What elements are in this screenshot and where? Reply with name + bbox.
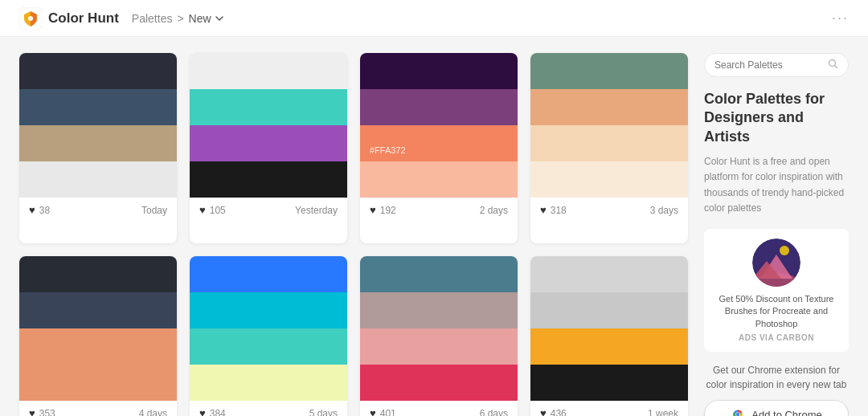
- heart-icon: ♥: [199, 407, 206, 416]
- heart-icon: ♥: [370, 407, 376, 416]
- palette-colors: [530, 256, 688, 401]
- likes-count: 38: [39, 205, 50, 216]
- palette-time: 5 days: [309, 408, 338, 416]
- palette-card[interactable]: ♥3845 days: [190, 256, 347, 416]
- chrome-icon: [731, 407, 745, 416]
- color-swatch: [190, 328, 347, 365]
- palette-time: 1 week: [648, 408, 678, 416]
- heart-icon: ♥: [540, 204, 547, 216]
- palette-colors: [360, 256, 518, 401]
- palette-time: Today: [141, 205, 167, 216]
- likes-count: 436: [551, 408, 567, 416]
- color-swatch: [530, 53, 688, 89]
- palette-likes: ♥105: [199, 204, 226, 216]
- palette-footer: ♥3183 days: [530, 198, 688, 222]
- palette-card[interactable]: ♥3534 days: [19, 256, 177, 416]
- logo[interactable]: Color Hunt: [19, 7, 119, 30]
- color-swatch: [19, 53, 177, 89]
- palette-time: 6 days: [480, 408, 508, 416]
- palette-time: 4 days: [139, 408, 167, 416]
- palette-footer: ♥38Today: [19, 198, 177, 222]
- color-swatch: [360, 89, 518, 125]
- palette-colors: [19, 256, 177, 401]
- breadcrumb-current[interactable]: New: [189, 12, 224, 25]
- heart-icon: ♥: [370, 204, 376, 216]
- likes-count: 384: [210, 408, 226, 416]
- likes-count: 192: [380, 205, 396, 216]
- color-swatch: [190, 161, 347, 198]
- palette-card[interactable]: #FFA372♥1922 days: [360, 53, 518, 243]
- color-swatch: [190, 125, 347, 161]
- palette-time: 2 days: [480, 205, 508, 216]
- heart-icon: ♥: [29, 407, 35, 416]
- svg-point-1: [28, 16, 33, 21]
- heart-icon: ♥: [29, 204, 35, 216]
- hex-label: #FFA372: [370, 145, 406, 155]
- color-swatch: [19, 292, 177, 328]
- likes-count: 105: [210, 205, 226, 216]
- heart-icon: ♥: [199, 204, 206, 216]
- color-swatch: [19, 125, 177, 161]
- likes-count: 353: [39, 408, 55, 416]
- breadcrumb-palettes[interactable]: Palettes: [132, 12, 173, 25]
- color-swatch: [530, 292, 688, 328]
- search-bar[interactable]: [704, 53, 849, 77]
- color-swatch: [360, 365, 518, 401]
- search-input[interactable]: [714, 59, 823, 71]
- palette-colors: [530, 53, 688, 198]
- sidebar-description: Color Hunt is a free and open platform f…: [704, 154, 849, 216]
- color-swatch: [530, 328, 688, 365]
- color-swatch: [190, 53, 347, 89]
- color-swatch: [360, 256, 518, 292]
- palette-likes: ♥436: [540, 407, 567, 416]
- color-swatch: [19, 161, 177, 198]
- color-swatch: [530, 89, 688, 125]
- palette-footer: ♥105Yesterday: [190, 198, 347, 222]
- palette-footer: ♥3534 days: [19, 401, 177, 416]
- palette-footer: ♥3845 days: [190, 401, 347, 416]
- header: Color Hunt Palettes > New ···: [0, 0, 868, 37]
- add-to-chrome-label: Add to Chrome: [751, 409, 821, 416]
- palette-card[interactable]: ♥4016 days: [360, 256, 518, 416]
- palette-likes: ♥353: [29, 407, 55, 416]
- ad-via: ADS VIA CARBON: [714, 333, 839, 342]
- color-swatch: [530, 125, 688, 161]
- palette-card[interactable]: ♥105Yesterday: [190, 53, 347, 243]
- color-swatch: [190, 292, 347, 328]
- color-swatch: [190, 256, 347, 292]
- search-icon: [828, 59, 838, 71]
- header-menu-dots[interactable]: ···: [832, 10, 849, 27]
- palette-time: Yesterday: [295, 205, 338, 216]
- palette-footer: ♥4016 days: [360, 401, 518, 416]
- color-swatch: [530, 256, 688, 292]
- palette-footer: ♥4361 week: [530, 401, 688, 416]
- color-swatch: [530, 365, 688, 401]
- svg-point-7: [780, 246, 789, 255]
- sidebar: Color Palettes for Designers and Artists…: [704, 53, 849, 416]
- breadcrumb-separator: >: [177, 12, 183, 25]
- palette-card[interactable]: ♥38Today: [19, 53, 177, 243]
- likes-count: 401: [380, 408, 396, 416]
- palette-card[interactable]: ♥3183 days: [530, 53, 688, 243]
- color-swatch: [360, 161, 518, 198]
- palette-likes: ♥401: [370, 407, 396, 416]
- logo-text: Color Hunt: [48, 10, 119, 27]
- palette-likes: ♥192: [370, 204, 396, 216]
- color-swatch: #FFA372: [360, 125, 518, 161]
- add-to-chrome-button[interactable]: Add to Chrome: [704, 400, 849, 416]
- palette-colors: [190, 256, 347, 401]
- color-swatch: [19, 365, 177, 401]
- color-swatch: [19, 328, 177, 365]
- palette-colors: [190, 53, 347, 198]
- ad-title: Get 50% Discount on Texture Brushes for …: [714, 293, 839, 330]
- ad-block: Get 50% Discount on Texture Brushes for …: [704, 229, 849, 352]
- palette-card[interactable]: ♥4361 week: [530, 256, 688, 416]
- sidebar-heading: Color Palettes for Designers and Artists: [704, 90, 849, 146]
- chrome-promo-text: Get our Chrome extension for color inspi…: [704, 363, 849, 392]
- ad-image: [752, 239, 800, 287]
- palette-colors: #FFA372: [360, 53, 518, 198]
- palette-grid: ♥38Today♥105Yesterday#FFA372♥1922 days♥3…: [19, 53, 688, 416]
- logo-icon: [19, 7, 42, 30]
- breadcrumb: Palettes > New: [132, 12, 224, 25]
- palette-footer: ♥1922 days: [360, 198, 518, 222]
